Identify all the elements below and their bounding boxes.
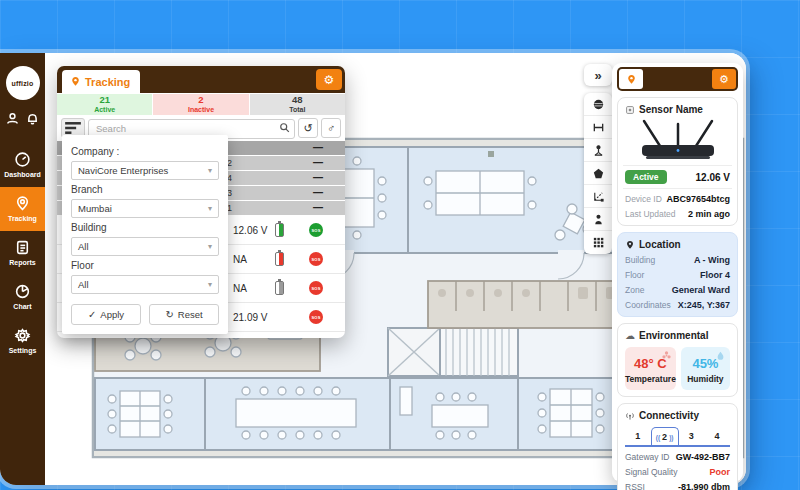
tab-tracking[interactable]: Tracking (62, 70, 140, 93)
inactive-count: 2 (198, 95, 203, 105)
active-label: Active (94, 106, 115, 114)
gear-icon (14, 327, 31, 344)
minus-icon: — (313, 142, 323, 153)
total-count: 48 (292, 95, 303, 105)
pie-chart-icon (14, 283, 31, 300)
sidebar-item-tracking[interactable]: Tracking (0, 187, 45, 231)
floor-label: Floor (625, 270, 644, 280)
globe-icon (592, 98, 605, 111)
gateway-tabs: 1 2 3 4 (625, 427, 730, 447)
signal-quality-value: Poor (709, 467, 730, 477)
search-icon[interactable] (279, 122, 290, 133)
sidebar-item-label: Chart (13, 303, 31, 310)
sidebar-item-settings[interactable]: Settings (0, 319, 45, 363)
location-title: Location (639, 239, 681, 250)
total-label: Total (289, 106, 305, 114)
building-select[interactable]: All ▾ (71, 237, 219, 256)
minus-icon: — (313, 172, 323, 183)
temperature-box: 48° C Temperature (625, 347, 676, 390)
detail-panel-header: ⚙ (617, 67, 738, 91)
reset-button[interactable]: ↻ Reset (149, 304, 219, 325)
locate-button[interactable]: ♂ (321, 118, 341, 138)
floor-value: Floor 4 (700, 270, 730, 280)
sensor-name: Sensor Name (639, 104, 703, 115)
gateway-tab-1[interactable]: 1 (625, 427, 651, 445)
gateway-tab-2[interactable]: 2 (651, 427, 679, 445)
measure-area-button[interactable] (584, 185, 612, 208)
sidebar: uffizio Dashboard Tracking Reports Chart (0, 53, 45, 485)
refresh-icon: ↺ (303, 122, 312, 135)
antenna-tool-button[interactable] (584, 139, 612, 162)
status-tabs: 21 Active 2 Inactive 48 Total (57, 93, 345, 115)
sensor-chip-icon (625, 105, 635, 115)
floor-select[interactable]: All ▾ (71, 275, 219, 294)
last-updated-value: 2 min ago (688, 209, 730, 219)
voltage-value: NA (233, 254, 247, 265)
sos-badge[interactable]: SOS (309, 252, 323, 266)
building-label: Building (71, 222, 219, 233)
sos-badge[interactable]: SOS (309, 310, 323, 324)
router-image (625, 119, 730, 161)
device-id-value: ABC97654btcg (666, 194, 730, 204)
branch-label: Branch (71, 184, 219, 195)
sidebar-item-reports[interactable]: Reports (0, 231, 45, 275)
measure-distance-button[interactable] (584, 116, 612, 139)
collapse-panel-button[interactable]: » (584, 64, 612, 86)
device-id-label: Device ID (625, 194, 662, 204)
gateway-tab-3[interactable]: 3 (679, 427, 705, 445)
gateway-id-label: Gateway ID (625, 452, 669, 462)
temperature-label: Temperature (625, 374, 676, 384)
street-view-button[interactable] (584, 208, 612, 231)
zone-label: Zone (625, 285, 644, 295)
tab-inactive-count[interactable]: 2 Inactive (153, 94, 248, 115)
rssi-label: RSSI (625, 482, 645, 490)
sensor-voltage: 12.06 V (696, 172, 730, 183)
reset-label: Reset (178, 309, 203, 320)
draw-polygon-button[interactable] (584, 162, 612, 185)
layers-globe-button[interactable] (584, 93, 612, 116)
tracking-settings-button[interactable]: ⚙ (316, 69, 342, 90)
grid-icon (592, 236, 605, 249)
signal-quality-label: Signal Quality (625, 467, 677, 477)
refresh-button[interactable]: ↺ (298, 118, 318, 138)
company-label: Company : (71, 146, 219, 157)
sos-badge[interactable]: SOS (309, 281, 323, 295)
branch-select[interactable]: Mumbai ▾ (71, 199, 219, 218)
location-pin-icon (14, 195, 31, 212)
grid-view-button[interactable] (584, 231, 612, 254)
gateway-tab-4[interactable]: 4 (704, 427, 730, 445)
voltage-value: 21.09 V (233, 312, 267, 323)
fan-icon (662, 351, 671, 360)
connectivity-title: Connectivity (639, 410, 699, 421)
inactive-label: Inactive (188, 106, 214, 114)
branch-value: Mumbai (78, 203, 112, 214)
location-card: Location BuildingA - Wing FloorFloor 4 Z… (617, 232, 738, 317)
tab-active-count[interactable]: 21 Active (57, 94, 152, 115)
bell-icon[interactable] (26, 111, 39, 129)
sensor-card: Sensor Name Active 12.06 V Device ID (617, 97, 738, 226)
filter-dropdown: Company : NaviCore Enterprises ▾ Branch … (62, 135, 228, 334)
gauge-icon (14, 151, 31, 168)
battery-icon (275, 223, 284, 237)
gateway-id-value: GW-492-BB7 (676, 452, 730, 462)
report-icon (14, 239, 31, 256)
detail-settings-button[interactable]: ⚙ (712, 69, 736, 89)
humidity-box: 45% Humidity (681, 347, 730, 390)
sos-badge[interactable]: SOS (309, 223, 323, 237)
user-icon[interactable] (6, 111, 19, 129)
chevron-down-icon: ▾ (208, 280, 212, 289)
company-select[interactable]: NaviCore Enterprises ▾ (71, 161, 219, 180)
pin-tab-button[interactable] (619, 69, 643, 89)
tab-total-count[interactable]: 48 Total (250, 94, 345, 115)
map-toolbar: » (584, 64, 612, 254)
gear-icon: ⚙ (719, 73, 729, 86)
location-pin-icon (625, 240, 635, 250)
sidebar-item-chart[interactable]: Chart (0, 275, 45, 319)
connectivity-card: Connectivity 1 2 3 4 Gateway IDGW-492-BB… (617, 403, 738, 490)
apply-button[interactable]: ✓ Apply (71, 304, 141, 325)
sidebar-item-label: Dashboard (4, 171, 41, 178)
person-icon (592, 213, 605, 226)
sidebar-item-dashboard[interactable]: Dashboard (0, 143, 45, 187)
chevron-down-icon: ▾ (208, 166, 212, 175)
voltage-value: NA (233, 283, 247, 294)
